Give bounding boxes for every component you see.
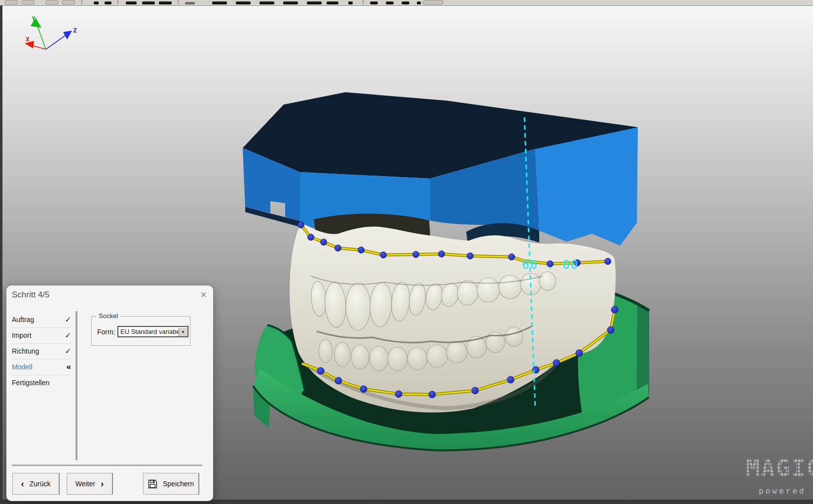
toolbar-button[interactable] bbox=[423, 0, 443, 4]
form-label: Form: bbox=[97, 328, 115, 336]
toolbar-button[interactable] bbox=[417, 1, 421, 4]
wizard-step-fertigstellen[interactable]: Fertigstellen bbox=[12, 375, 71, 391]
control-point[interactable] bbox=[335, 377, 342, 384]
dropdown-value: EU Standard variabel bbox=[120, 328, 182, 335]
toolbar-button[interactable] bbox=[327, 1, 338, 4]
toolbar-button[interactable] bbox=[402, 1, 409, 4]
z-axis-label: Z bbox=[73, 27, 77, 34]
y-axis-label: Y bbox=[32, 15, 36, 22]
toolbar-button[interactable] bbox=[142, 1, 155, 4]
button-row-separator bbox=[12, 465, 202, 466]
toolbar-button[interactable] bbox=[22, 0, 35, 4]
toolbar-button[interactable] bbox=[307, 1, 322, 4]
control-point[interactable] bbox=[605, 258, 611, 265]
sockel-groupbox: Sockel Form: EU Standard variabel ▼ bbox=[91, 316, 190, 346]
groupbox-legend: Sockel bbox=[96, 312, 120, 320]
toolbar-button[interactable] bbox=[159, 1, 172, 4]
close-icon[interactable]: × bbox=[200, 289, 207, 300]
toolbar-separator bbox=[81, 0, 82, 4]
check-icon: ✓ bbox=[65, 347, 71, 356]
toolbar-separator bbox=[363, 0, 364, 4]
toolbar-button[interactable] bbox=[185, 2, 195, 4]
next-button[interactable]: Weiter › bbox=[67, 473, 113, 495]
control-point[interactable] bbox=[395, 391, 402, 397]
control-point[interactable] bbox=[429, 391, 436, 398]
toolbar-button[interactable] bbox=[5, 0, 18, 4]
control-point[interactable] bbox=[380, 252, 387, 258]
toolbar-button[interactable] bbox=[259, 1, 274, 4]
toolbar-button[interactable] bbox=[45, 0, 58, 4]
toolbar-separator bbox=[178, 0, 179, 4]
toolbar-button[interactable] bbox=[236, 1, 251, 4]
control-point[interactable] bbox=[317, 367, 324, 374]
control-point[interactable] bbox=[360, 386, 367, 393]
dropdown-arrow-icon[interactable]: ▼ bbox=[179, 327, 187, 336]
control-point[interactable] bbox=[335, 245, 341, 252]
control-point[interactable] bbox=[553, 360, 560, 366]
wizard-dialog: Schritt 4/5 × Auftrag ✓ Import ✓ Richtun… bbox=[6, 286, 213, 501]
check-icon: ✓ bbox=[65, 331, 71, 340]
application-window: Y Z X bbox=[0, 0, 813, 504]
powered-by-label: powered by bbox=[759, 486, 813, 496]
dialog-title: Schritt 4/5 bbox=[12, 290, 50, 300]
toolbar-button[interactable] bbox=[386, 1, 394, 4]
control-point[interactable] bbox=[321, 239, 327, 246]
brand-watermark: MAGICS bbox=[746, 455, 813, 481]
measurement-label: 60 . 00 bbox=[522, 258, 579, 272]
control-point[interactable] bbox=[607, 326, 614, 333]
toolbar bbox=[0, 0, 813, 6]
control-point[interactable] bbox=[308, 234, 314, 241]
control-point[interactable] bbox=[509, 254, 515, 260]
toolbar-button[interactable] bbox=[62, 0, 75, 4]
collapse-chevrons-icon: « bbox=[67, 362, 71, 372]
control-point[interactable] bbox=[507, 376, 514, 383]
floppy-disk-icon bbox=[148, 479, 157, 489]
x-axis-label: X bbox=[26, 36, 30, 43]
watermark: MAGICS powered by bbox=[746, 455, 813, 496]
window-border-left bbox=[0, 5, 2, 504]
toolbar-button[interactable] bbox=[105, 1, 111, 4]
toolbar-button[interactable] bbox=[212, 1, 227, 4]
dropdown-arrow-icon[interactable] bbox=[348, 1, 353, 4]
wizard-step-import[interactable]: Import ✓ bbox=[12, 327, 71, 343]
wizard-step-richtung[interactable]: Richtung ✓ bbox=[12, 343, 71, 359]
control-point[interactable] bbox=[439, 251, 445, 257]
chevron-right-icon: › bbox=[101, 480, 104, 487]
control-point[interactable] bbox=[472, 387, 479, 394]
toolbar-button[interactable] bbox=[283, 1, 298, 4]
chevron-left-icon: ‹ bbox=[21, 480, 24, 487]
control-point[interactable] bbox=[467, 253, 474, 259]
control-point[interactable] bbox=[611, 306, 618, 313]
z-axis-arrow-icon bbox=[63, 31, 72, 39]
toolbar-separator bbox=[117, 0, 118, 4]
wizard-step-auftrag[interactable]: Auftrag ✓ bbox=[12, 312, 71, 327]
back-button[interactable]: ‹ Zurück bbox=[12, 473, 60, 495]
save-button[interactable]: Speichern bbox=[143, 473, 199, 495]
control-point[interactable] bbox=[576, 350, 583, 357]
control-point[interactable] bbox=[358, 247, 365, 253]
toolbar-button[interactable] bbox=[126, 1, 137, 4]
control-point[interactable] bbox=[413, 252, 419, 258]
check-icon: ✓ bbox=[65, 315, 71, 324]
control-point[interactable] bbox=[298, 222, 304, 228]
sockel-form-dropdown[interactable]: EU Standard variabel ▼ bbox=[117, 326, 188, 337]
toolbar-button[interactable] bbox=[94, 1, 99, 4]
panel-divider bbox=[75, 311, 77, 460]
toolbar-button[interactable] bbox=[370, 1, 378, 4]
wizard-step-modell[interactable]: Modell « bbox=[12, 359, 71, 375]
axis-triad: Y Z X bbox=[25, 15, 77, 49]
